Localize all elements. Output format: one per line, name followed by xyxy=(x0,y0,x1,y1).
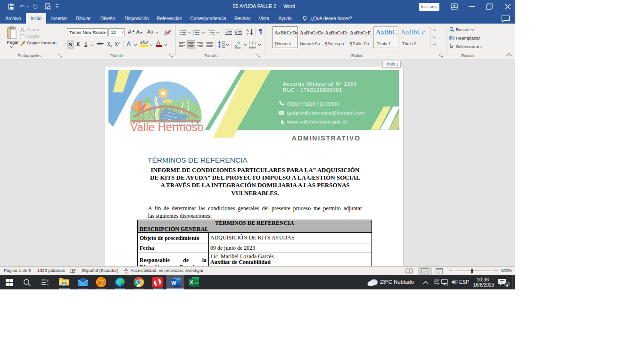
svg-text:Z: Z xyxy=(247,33,249,36)
svg-text:X: X xyxy=(190,280,194,285)
svg-text:RUC : 1768120600001: RUC : 1768120600001 xyxy=(283,87,342,93)
svg-text:W: W xyxy=(171,280,176,286)
svg-text:A: A xyxy=(247,29,249,32)
svg-text:Valle Hermoso: Valle Hermoso xyxy=(131,121,204,133)
svg-text:www.vallehermoso.gob.ec: www.vallehermoso.gob.ec xyxy=(287,119,348,124)
svg-text:(02)2773220 / 2773300: (02)2773220 / 2773300 xyxy=(287,101,339,107)
svg-text:i: i xyxy=(210,33,211,35)
svg-text:4: 4 xyxy=(506,283,509,287)
svg-text:3: 3 xyxy=(193,33,194,35)
svg-text:gadprvallehermoso@hotmail.com: gadprvallehermoso@hotmail.com xyxy=(287,110,365,115)
svg-text:Acuerdo Ministerial N° 1359: Acuerdo Ministerial N° 1359 xyxy=(283,81,357,87)
